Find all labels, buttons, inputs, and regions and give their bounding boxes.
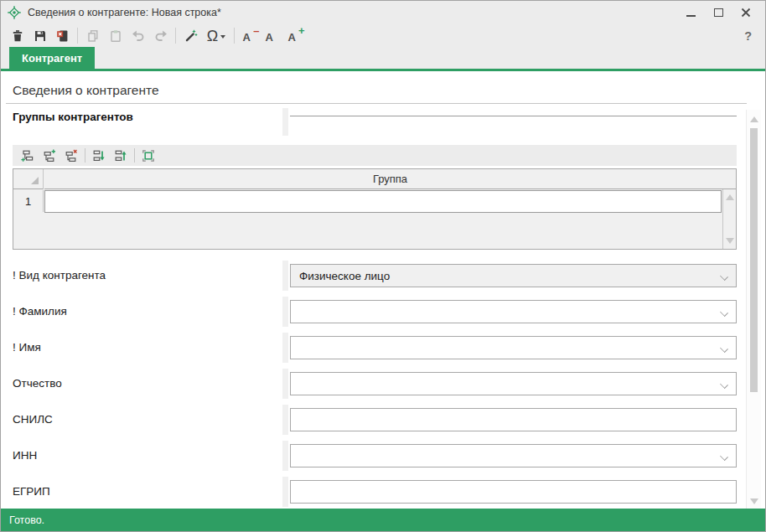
scroll-down-icon[interactable] [726, 238, 734, 244]
toolbar-separator [77, 28, 78, 44]
column-splitter[interactable] [282, 405, 288, 435]
font-decrease-button[interactable]: A – [238, 26, 261, 46]
form-row-imya: ! Имя [1, 336, 737, 359]
move-up-icon [114, 149, 127, 163]
column-splitter[interactable] [282, 108, 288, 136]
field-label: ИНН [13, 444, 37, 467]
scrollbar-thumb[interactable] [750, 128, 758, 392]
form-row-egrip: ЕГРИП [1, 480, 737, 504]
table-row-number[interactable]: 1 [13, 190, 44, 212]
toolbar-separator [134, 148, 135, 163]
column-splitter[interactable] [282, 261, 288, 291]
select-imya[interactable] [290, 336, 737, 359]
form-row-familiya: ! Фамилия [1, 300, 737, 323]
select-vid-kontragenta[interactable]: Физическое лицо [290, 264, 737, 287]
form-row-snils: СНИЛС [1, 408, 737, 431]
select-inn[interactable] [290, 444, 737, 467]
wand-icon [184, 29, 198, 43]
table-select-all-cell[interactable] [13, 169, 44, 189]
scroll-up-icon[interactable] [750, 116, 758, 122]
redo-button[interactable] [149, 26, 172, 46]
field-label: ЕГРИП [13, 480, 50, 504]
input-snils[interactable] [290, 408, 737, 431]
chevron-down-icon [720, 344, 728, 353]
column-splitter[interactable] [282, 333, 288, 363]
table-cell-gruppa-input[interactable] [44, 190, 722, 213]
titlebar[interactable]: Сведения о контрагенте: Новая строка* [1, 1, 765, 24]
chevron-down-icon [720, 452, 728, 461]
delete-row-icon [65, 149, 78, 163]
delete-row-button[interactable] [60, 147, 82, 165]
tab-kontragent[interactable]: Контрагент [9, 47, 95, 69]
plus-icon: + [298, 25, 305, 36]
maximize-icon [714, 8, 723, 17]
page-title: Сведения о контрагенте [13, 83, 159, 98]
chevron-down-icon [720, 272, 728, 281]
add-child-row-button[interactable] [17, 147, 39, 165]
minus-icon: – [253, 25, 259, 36]
toolbar-separator [234, 28, 235, 44]
scroll-down-icon[interactable] [750, 498, 758, 504]
status-text: Готово. [9, 514, 44, 526]
field-label: СНИЛС [13, 408, 53, 431]
special-symbols-button[interactable]: Ω [202, 26, 230, 46]
field-label: ! Имя [13, 336, 41, 359]
select-familiya[interactable] [290, 300, 737, 323]
font-increase-button[interactable]: A + [283, 26, 306, 46]
move-row-down-button[interactable] [88, 147, 110, 165]
move-down-icon [92, 149, 106, 163]
input-egrip[interactable] [290, 480, 737, 504]
app-window: Сведения о контрагенте: Новая строка* [0, 0, 766, 532]
font-default-button[interactable]: A [261, 26, 283, 46]
groups-label: Группы контрагентов [13, 111, 133, 123]
column-splitter[interactable] [282, 369, 288, 399]
form-row-otchestvo: Отчество [1, 372, 737, 395]
select-otchestvo[interactable] [290, 372, 737, 395]
toolbar-separator [85, 148, 85, 163]
table-column-header-gruppa[interactable]: Группа [44, 169, 736, 189]
help-button[interactable]: ? [744, 29, 760, 43]
expand-icon [142, 149, 155, 163]
form-row-inn: ИНН [1, 444, 737, 467]
field-label: Отчество [13, 372, 62, 395]
groups-field-border [290, 116, 737, 116]
column-splitter[interactable] [282, 297, 288, 327]
groups-toolbar [13, 145, 737, 166]
toolbar-separator [175, 28, 176, 44]
table-scrollbar[interactable] [722, 189, 736, 249]
main-scrollbar[interactable] [746, 110, 761, 509]
form-row-vid-kontragenta: ! Вид контрагента Физическое лицо [1, 264, 737, 287]
scroll-up-icon[interactable] [726, 194, 734, 200]
minimize-button[interactable] [685, 7, 696, 18]
expand-editor-button[interactable] [137, 147, 159, 165]
paste-button[interactable] [104, 26, 127, 46]
close-icon [741, 8, 751, 18]
save-button[interactable] [28, 26, 51, 46]
minimize-icon [686, 15, 696, 17]
delete-button[interactable] [6, 26, 28, 46]
main-toolbar: Ω A – A A + ? [1, 24, 765, 47]
paste-icon [109, 29, 122, 43]
move-row-up-button[interactable] [110, 147, 132, 165]
add-row-button[interactable] [39, 147, 60, 165]
column-splitter[interactable] [282, 441, 288, 471]
field-label: ! Фамилия [13, 300, 67, 323]
section-divider [6, 103, 747, 104]
copy-icon [86, 29, 100, 43]
export-excel-button[interactable] [51, 26, 74, 46]
add-child-row-icon [21, 149, 34, 163]
copy-button[interactable] [81, 26, 104, 46]
undo-button[interactable] [127, 26, 149, 46]
chevron-down-icon [720, 380, 728, 389]
wand-button[interactable] [179, 26, 202, 46]
status-bar: Готово. [1, 509, 765, 531]
column-splitter[interactable] [282, 477, 288, 507]
add-row-icon [43, 149, 56, 163]
chevron-down-icon [720, 308, 728, 317]
font-letter-icon: A [243, 31, 251, 44]
maximize-button[interactable] [712, 7, 724, 18]
chevron-down-icon [220, 35, 225, 39]
omega-icon: Ω [207, 28, 218, 44]
font-letter-icon: A [266, 31, 273, 44]
close-button[interactable] [740, 7, 752, 18]
